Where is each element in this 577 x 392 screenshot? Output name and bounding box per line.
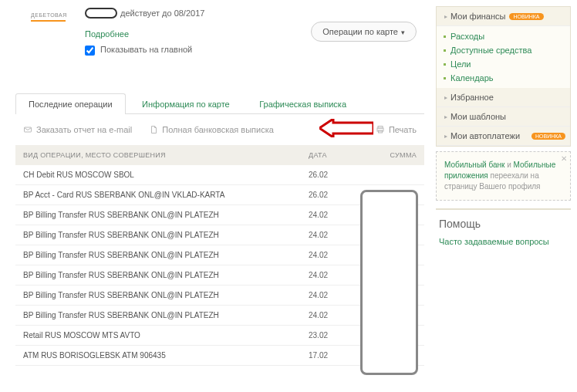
cell-date: 23.02 — [301, 326, 363, 346]
sidebar-panel: ▸ Мои финансы НОВИНКА Расходы Доступные … — [436, 6, 571, 147]
envelope-icon — [23, 125, 32, 134]
tab-card-info[interactable]: Информация по карте — [129, 93, 243, 114]
tabs-bar: Последние операции Информация по карте Г… — [15, 93, 424, 114]
cell-operation: BP Acct - Card RUS SBERBANK ONL@IN VKLAD… — [15, 185, 301, 205]
col-sum: СУММА — [363, 145, 424, 165]
new-badge: НОВИНКА — [531, 133, 565, 140]
print-label: Печать — [389, 125, 417, 134]
cell-date: 24.02 — [301, 306, 363, 326]
sidebar-link-calendar[interactable]: Календарь — [437, 71, 570, 85]
sidebar-link-expenses[interactable]: Расходы — [437, 29, 570, 43]
full-statement-link[interactable]: Полная банковская выписка — [149, 125, 274, 134]
section-autopay[interactable]: ▸ Мои автоплатежи НОВИНКА — [437, 127, 570, 146]
cell-operation: ATM RUS BORISOGLEBSK ATM 906435 — [15, 346, 301, 366]
cell-date: 24.02 — [301, 245, 363, 265]
sidebar-notice: ✕ Мобильный банк и Мобильные приложения … — [436, 151, 571, 201]
sidebar-link-goals[interactable]: Цели — [437, 57, 570, 71]
cell-date: 26.02 — [301, 165, 363, 185]
cell-operation: Retail RUS MOSCOW MTS AVTO — [15, 326, 301, 346]
card-accent-line — [31, 20, 66, 22]
details-link[interactable]: Подробнее — [85, 29, 129, 39]
cell-sum — [363, 165, 424, 185]
sum-redaction-box — [360, 190, 418, 375]
print-link[interactable]: Печать — [376, 125, 417, 134]
section-my-finances[interactable]: ▸ Мои финансы НОВИНКА — [437, 7, 570, 26]
sidebar-help: Помощь Часто задаваемые вопросы — [436, 208, 571, 248]
card-expiry-text: действует до 08/2017 — [120, 8, 204, 18]
card-operations-button[interactable]: Операции по карте — [311, 22, 417, 42]
cell-date: 24.02 — [301, 265, 363, 286]
show-on-main-checkbox[interactable]: Показывать на главной — [85, 45, 192, 56]
cell-operation: BP Billing Transfer RUS SBERBANK ONL@IN … — [15, 245, 301, 265]
chevron-right-icon: ▸ — [444, 133, 447, 140]
cell-date: 17.02 — [301, 346, 363, 366]
section-favorites-label: Избранное — [450, 93, 494, 102]
notice-link-mobile-bank[interactable]: Мобильный банк — [444, 161, 504, 169]
arrow-annotation-icon — [319, 119, 373, 137]
tab-graph-statement[interactable]: Графическая выписка — [246, 93, 359, 114]
section-templates[interactable]: ▸ Мои шаблоны — [437, 107, 570, 127]
order-email-label: Заказать отчет на e-mail — [36, 125, 132, 134]
sidebar-link-available[interactable]: Доступные средства — [437, 43, 570, 57]
cell-operation: BP Billing Transfer RUS SBERBANK ONL@IN … — [15, 225, 301, 245]
document-icon — [149, 125, 158, 134]
section-templates-label: Мои шаблоны — [450, 112, 506, 121]
cell-operation: BP Billing Transfer RUS SBERBANK ONL@IN … — [15, 306, 301, 326]
cell-date: 24.02 — [301, 205, 363, 225]
new-badge: НОВИНКА — [509, 13, 543, 20]
faq-link[interactable]: Часто задаваемые вопросы — [439, 236, 568, 248]
card-header: ДЕБЕТОВАЯ действует до 08/2017 Подробнее… — [15, 0, 424, 69]
cell-operation: BP Billing Transfer RUS SBERBANK ONL@IN … — [15, 265, 301, 286]
card-type-badge: ДЕБЕТОВАЯ — [31, 12, 67, 18]
chevron-right-icon: ▸ — [444, 113, 447, 120]
chevron-right-icon: ▸ — [444, 13, 447, 20]
order-email-report-link[interactable]: Заказать отчет на e-mail — [23, 125, 132, 134]
cell-date: 24.02 — [301, 286, 363, 306]
section-autopay-label: Мои автоплатежи — [450, 131, 520, 140]
cell-operation: CH Debit RUS MOSCOW SBOL — [15, 165, 301, 185]
cell-date: 24.02 — [301, 225, 363, 245]
notice-and: и — [504, 161, 513, 169]
cell-date: 26.02 — [301, 185, 363, 205]
section-finances-label: Мои финансы — [450, 12, 505, 21]
chevron-right-icon: ▸ — [444, 94, 447, 101]
tab-recent-operations[interactable]: Последние операции — [15, 93, 126, 114]
help-title: Помощь — [439, 218, 568, 230]
col-operation: ВИД ОПЕРАЦИИ, МЕСТО СОВЕРШЕНИЯ — [15, 145, 301, 165]
printer-icon — [376, 125, 385, 134]
section-favorites[interactable]: ▸ Избранное — [437, 88, 570, 107]
full-statement-label: Полная банковская выписка — [162, 125, 274, 134]
close-icon[interactable]: ✕ — [561, 154, 567, 164]
col-date: ДАТА — [301, 145, 363, 165]
table-header-row: ВИД ОПЕРАЦИИ, МЕСТО СОВЕРШЕНИЯ ДАТА СУММ… — [15, 145, 424, 165]
show-on-main-input[interactable] — [85, 46, 95, 56]
cell-operation: BP Billing Transfer RUS SBERBANK ONL@IN … — [15, 205, 301, 225]
sidebar: ▸ Мои финансы НОВИНКА Расходы Доступные … — [436, 6, 571, 248]
finances-links: Расходы Доступные средства Цели Календар… — [437, 26, 570, 88]
show-on-main-label: Показывать на главной — [100, 45, 192, 54]
table-row[interactable]: CH Debit RUS MOSCOW SBOL26.02 — [15, 165, 424, 185]
actions-bar: Заказать отчет на e-mail Полная банковск… — [15, 114, 424, 145]
cell-operation: BP Billing Transfer RUS SBERBANK ONL@IN … — [15, 286, 301, 306]
card-number-mask — [85, 8, 117, 19]
